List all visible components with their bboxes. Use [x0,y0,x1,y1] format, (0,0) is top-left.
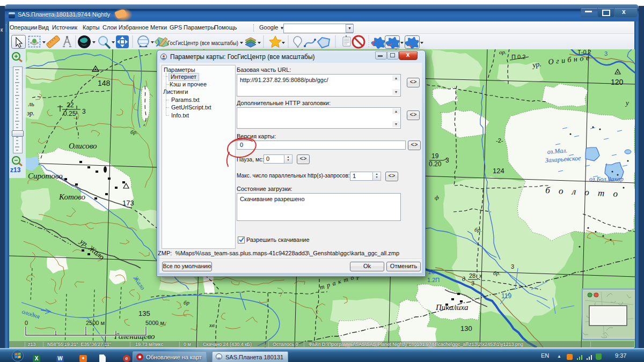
svg-text:0: 0 [25,320,28,326]
svg-text:3: 3 [445,157,449,164]
svg-text:х: х [479,273,482,279]
svg-text:173: 173 [122,199,134,207]
svg-text:148: 148 [98,79,111,87]
svg-text:ф: ф [435,194,439,201]
svg-text:28: 28 [469,272,475,279]
svg-text:119: 119 [501,292,511,300]
svg-text:Олисово: Олисово [69,142,97,150]
svg-text:Пикалиха: Пикалиха [435,303,468,312]
svg-text:130: 130 [460,324,472,333]
svg-text:бр.: бр. [474,226,482,233]
svg-text:3: 3 [511,263,514,270]
svg-text:бр.: бр. [130,129,138,135]
svg-text:Голенищево: Голенищево [114,332,155,341]
svg-text:-2-: -2- [496,137,503,144]
svg-text:хв: хв [209,322,215,328]
svg-text:0.25: 0.25 [63,110,76,117]
svg-text:ГосГисЦентр (все масштабы): ГосГисЦентр (все масштабы) [167,40,238,46]
svg-text:бр.: бр. [493,270,501,276]
svg-text:д: д [462,275,465,283]
svg-text:135: 135 [138,309,150,317]
svg-text:Сиротово: Сиротово [28,172,63,180]
svg-text:Котово: Котово [58,193,86,201]
svg-text:3: 3 [604,50,608,57]
svg-text:бр: бр [184,299,190,306]
svg-text:Т-0.2: Т-0.2 [577,49,591,55]
svg-text:эр.: эр. [27,109,34,117]
svg-text:оз.Мал.: оз.Мал. [547,146,567,156]
svg-text:19: 19 [431,152,439,160]
svg-text:26: 26 [428,269,435,275]
svg-text:3: 3 [82,108,86,115]
svg-text:0.20: 0.20 [429,160,442,168]
svg-text:2500 м: 2500 м [86,320,105,326]
svg-text:П 0.2: П 0.2 [511,54,525,60]
svg-text:ль: ль [28,100,34,108]
svg-text:124: 124 [493,167,504,175]
svg-text:оз.Бол.Захар: оз.Бол.Захар [589,175,624,183]
svg-text:у: у [625,99,629,107]
svg-text:22: 22 [67,101,74,109]
svg-text:5000 м,: 5000 м, [145,320,166,326]
svg-text:ор.: ор. [499,49,507,55]
svg-text:1.2П: 1.2П [427,277,440,283]
svg-text:3: 3 [471,280,474,286]
svg-text:120: 120 [611,78,624,86]
